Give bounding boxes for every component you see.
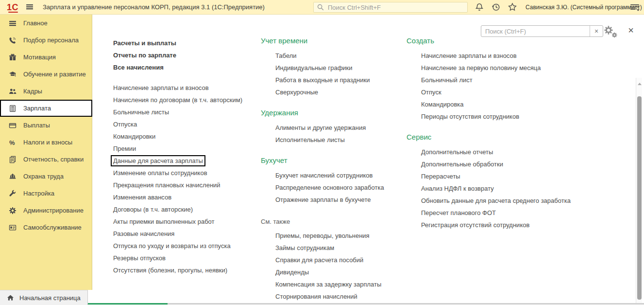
global-search-input[interactable] <box>327 3 464 12</box>
sidebar-item-13[interactable]: Самообслуживание <box>0 219 92 236</box>
menu-link-bold[interactable]: Отчеты по зарплате <box>113 49 261 61</box>
menu-column-2: Учет времениТабелиИндивидуальные графики… <box>261 36 407 303</box>
sidebar-item-label: Настройка <box>23 190 54 197</box>
menu-link[interactable]: Командировки <box>113 130 261 143</box>
menu-link[interactable]: Отражение зарплаты в бухучете <box>275 194 407 206</box>
sidebar-item-7[interactable]: Выплаты <box>0 117 92 134</box>
menu-link[interactable]: Начисление зарплаты и взносов <box>113 82 261 94</box>
menu-link[interactable]: Акты приемки выполненных работ <box>113 215 261 228</box>
menu-link[interactable]: Распределение основного заработка <box>275 181 407 194</box>
menu-link[interactable]: Обновить данные для расчета среднего зар… <box>421 195 620 207</box>
menu-link[interactable]: Премии <box>113 143 261 155</box>
menu-link[interactable]: Перерасчеты <box>421 170 620 182</box>
sidebar-item-2[interactable]: Подбор персонала <box>0 32 92 49</box>
sidebar-item-9[interactable]: Отчетность, справки <box>0 151 92 168</box>
current-user[interactable]: Савинская З.Ю. (Системный программист) <box>525 0 642 15</box>
gear-icon <box>8 207 17 215</box>
menu-link[interactable]: Начисление за первую половину месяца <box>421 62 620 74</box>
sidebar-item-6[interactable]: Зарплата <box>0 100 92 117</box>
section-title[interactable]: Учет времени <box>261 36 407 46</box>
sidebar-item-label: Администрирование <box>23 207 84 214</box>
section-title[interactable]: Сервис <box>407 132 620 142</box>
helmet-icon <box>8 173 17 180</box>
gift-icon <box>8 54 17 61</box>
sidebar-item-11[interactable]: Настройка <box>0 185 92 202</box>
window-title: Зарплата и управление персоналом КОРП, р… <box>43 0 265 15</box>
menu-link-bold[interactable]: Расчеты и выплаты <box>113 37 261 49</box>
menu-link-bold[interactable]: Все начисления <box>113 61 261 73</box>
sidebar-item-label: Зарплата <box>23 105 51 112</box>
menu-link[interactable]: Отпуска <box>113 118 261 130</box>
taskbar-home-tab[interactable]: Начальная страница <box>0 290 88 305</box>
menu-link[interactable]: Индивидуальные графики <box>275 62 407 74</box>
favorites-star-icon[interactable] <box>508 2 518 12</box>
menu-link[interactable]: Справки для расчета пособий <box>275 254 407 266</box>
history-icon[interactable] <box>491 2 502 12</box>
menu-link[interactable]: Отпуска по уходу и возвраты из отпуска <box>113 240 261 252</box>
menu-link[interactable]: Займы сотрудникам <box>275 242 407 254</box>
menu-link[interactable]: Бухучет начислений сотрудников <box>275 169 407 181</box>
menu-link[interactable]: Табели <box>275 50 407 62</box>
menu-link[interactable]: Резервы отпусков <box>113 252 261 264</box>
menu-link[interactable]: Разовые начисления <box>113 228 261 240</box>
sidebar-item-label: Выплаты <box>23 122 50 129</box>
menu-link[interactable]: Периоды отсутствия сотрудников <box>421 110 620 123</box>
service-menu-icon[interactable] <box>629 3 640 13</box>
menu-link[interactable]: Регистрация отсутствий сотрудников <box>421 219 620 231</box>
menu-link[interactable]: Компенсация за задержку зарплаты <box>275 278 407 290</box>
notifications-bell-icon[interactable] <box>475 2 485 12</box>
vertical-scrollbar[interactable] <box>636 78 642 303</box>
menu-link[interactable]: Сторнирования начислений <box>275 290 407 303</box>
column1-links: Начисление зарплаты и взносовНачисления … <box>113 82 261 276</box>
sidebar-item-label: Кадры <box>23 88 42 95</box>
sidebar-item-5[interactable]: Кадры <box>0 83 92 100</box>
menu-link[interactable]: Изменения авансов <box>113 191 261 203</box>
people-icon <box>8 88 17 95</box>
clear-search-button[interactable]: × <box>590 26 603 36</box>
menu-link[interactable]: Больничные листы <box>113 106 261 118</box>
scrollbar-thumb[interactable] <box>637 96 642 300</box>
menu-link[interactable]: Отсутствия (болезни, прогулы, неявки) <box>113 264 261 276</box>
menu-link[interactable]: Работа в выходные и праздники <box>275 74 407 86</box>
sidebar-item-10[interactable]: Охрана труда <box>0 168 92 185</box>
menu-link[interactable]: Прекращения плановых начислений <box>113 179 261 191</box>
sidebar-item-8[interactable]: %Налоги и взносы <box>0 134 92 151</box>
menu-link[interactable]: Командировка <box>421 98 620 110</box>
horizontal-scrollbar[interactable] <box>168 303 644 305</box>
menu-link[interactable]: Исполнительные листы <box>275 134 407 146</box>
sidebar-item-3[interactable]: Мотивация <box>0 49 92 66</box>
main-menu-icon[interactable] <box>25 3 35 12</box>
sidebar-item-1[interactable]: Главное <box>0 15 92 32</box>
section-title[interactable]: Создать <box>407 36 620 46</box>
sidebar-item-4[interactable]: Обучение и развитие <box>0 66 92 83</box>
panel-search-input[interactable] <box>481 26 590 36</box>
menu-link[interactable]: Начисление зарплаты и взносов <box>421 50 620 62</box>
menu-link[interactable]: Изменение оплаты сотрудников <box>113 167 261 179</box>
menu-link[interactable]: Договоры (в т.ч. авторские) <box>113 203 261 215</box>
focused-menu-link[interactable]: Данные для расчета зарплаты <box>111 155 205 166</box>
menu-link[interactable]: Анализ НДФЛ к возврату <box>421 182 620 195</box>
panel-close-button[interactable]: × <box>626 24 636 36</box>
menu-link[interactable]: Сверхурочные <box>275 86 407 98</box>
menu-link[interactable]: Начисления по договорам (в т.ч. авторски… <box>113 94 261 106</box>
menu-link[interactable]: Приемы, переводы, увольнения <box>275 230 407 242</box>
scroll-up-arrow[interactable] <box>638 83 642 85</box>
menu-link[interactable]: Больничный лист <box>421 74 620 86</box>
sidebar-item-label: Самообслуживание <box>23 224 82 231</box>
phone-icon <box>8 36 17 44</box>
menu-link[interactable]: Дополнительные обработки <box>421 158 620 170</box>
sidebar-item-12[interactable]: Администрирование <box>0 202 92 219</box>
home-icon <box>6 294 15 302</box>
menu-link[interactable]: Отпуск <box>421 86 620 98</box>
panel-search-box[interactable]: × <box>481 25 603 37</box>
section-title[interactable]: Удержания <box>261 108 407 118</box>
graduation-cap-icon <box>8 71 17 78</box>
menu-section: СервисДополнительные отчетыДополнительны… <box>407 132 620 231</box>
menu-link[interactable]: Алименты и другие удержания <box>275 122 407 134</box>
menu-link[interactable]: Дивиденды <box>275 266 407 278</box>
menu-link[interactable]: Данные для расчета зарплаты <box>113 155 261 167</box>
global-search-box[interactable] <box>313 2 468 13</box>
menu-link[interactable]: Пересчет планового ФОТ <box>421 207 620 219</box>
menu-link[interactable]: Дополнительные отчеты <box>421 146 620 158</box>
section-title[interactable]: Бухучет <box>261 156 407 165</box>
